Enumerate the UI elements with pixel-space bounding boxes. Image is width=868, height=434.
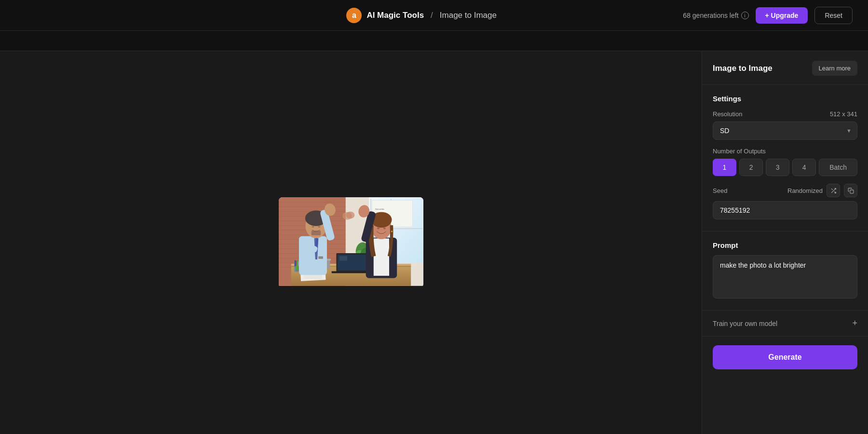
generations-left: 68 generations left i bbox=[683, 12, 748, 19]
svg-point-61 bbox=[318, 226, 320, 228]
resolution-label-row: Resolution 512 x 341 bbox=[713, 110, 857, 118]
page-name: Image to Image bbox=[440, 11, 497, 20]
svg-rect-51 bbox=[298, 261, 298, 266]
svg-point-54 bbox=[295, 265, 299, 270]
scene-image: Charts and data bbox=[279, 197, 423, 286]
output-1-button[interactable]: 1 bbox=[713, 159, 736, 176]
topbar-right: 68 generations left i + Upgrade Reset bbox=[683, 7, 853, 24]
prompt-textarea[interactable] bbox=[713, 255, 857, 298]
resolution-value: 512 x 341 bbox=[830, 110, 857, 118]
seed-label: Seed bbox=[713, 187, 727, 194]
generate-section: Generate bbox=[702, 337, 868, 378]
svg-rect-68 bbox=[373, 239, 389, 276]
outputs-row: Number of Outputs 1 2 3 4 Batch bbox=[713, 148, 857, 176]
outputs-label: Number of Outputs bbox=[713, 148, 766, 155]
subtopbar bbox=[0, 31, 868, 51]
svg-point-77 bbox=[346, 212, 354, 219]
train-model-row[interactable]: Train your own model + bbox=[702, 311, 868, 337]
train-model-plus-icon[interactable]: + bbox=[852, 318, 857, 328]
svg-rect-3 bbox=[279, 202, 346, 203]
generate-button[interactable]: Generate bbox=[713, 345, 857, 369]
prompt-label: Prompt bbox=[713, 241, 857, 249]
seed-randomized-label: Randomized bbox=[787, 187, 823, 194]
output-4-button[interactable]: 4 bbox=[792, 159, 816, 176]
learn-more-button[interactable]: Learn more bbox=[812, 61, 857, 76]
right-sidebar: Image to Image Learn more Settings Resol… bbox=[702, 51, 868, 434]
topbar: a AI Magic Tools / Image to Image 68 gen… bbox=[0, 0, 868, 31]
svg-rect-49 bbox=[296, 261, 296, 266]
svg-point-72 bbox=[383, 228, 385, 230]
seed-copy-button[interactable] bbox=[844, 184, 857, 197]
settings-section: Settings Resolution 512 x 341 SD HD 4K bbox=[702, 85, 868, 231]
svg-point-60 bbox=[312, 226, 314, 228]
prompt-section: Prompt bbox=[702, 231, 868, 311]
outputs-label-row: Number of Outputs bbox=[713, 148, 857, 155]
brand-name: AI Magic Tools bbox=[366, 11, 424, 20]
topbar-center: a AI Magic Tools / Image to Image bbox=[346, 8, 497, 23]
svg-rect-78 bbox=[850, 190, 853, 193]
svg-point-71 bbox=[377, 228, 379, 230]
seed-actions: Randomized bbox=[787, 184, 857, 197]
resolution-row: Resolution 512 x 341 SD HD 4K bbox=[713, 110, 857, 140]
seed-shuffle-button[interactable] bbox=[827, 184, 840, 197]
output-3-button[interactable]: 3 bbox=[766, 159, 789, 176]
svg-rect-35 bbox=[339, 256, 347, 261]
svg-rect-48 bbox=[295, 260, 295, 267]
info-icon[interactable]: i bbox=[741, 12, 749, 19]
sidebar-header: Image to Image Learn more bbox=[702, 51, 868, 85]
settings-title: Settings bbox=[713, 95, 857, 103]
output-2-button[interactable]: 2 bbox=[739, 159, 763, 176]
seed-row: Seed Randomized bbox=[713, 184, 857, 219]
reset-button[interactable]: Reset bbox=[814, 7, 853, 24]
app-icon: a bbox=[346, 8, 362, 23]
seed-label-row: Seed Randomized bbox=[713, 184, 857, 197]
seed-input[interactable] bbox=[713, 201, 857, 219]
breadcrumb-separator: / bbox=[431, 11, 433, 20]
svg-rect-4 bbox=[279, 206, 346, 207]
image-container: Charts and data bbox=[279, 197, 423, 288]
canvas-area: Charts and data bbox=[0, 51, 702, 434]
train-model-label: Train your own model bbox=[713, 320, 777, 327]
resolution-select[interactable]: SD HD 4K bbox=[713, 122, 857, 140]
upgrade-button[interactable]: + Upgrade bbox=[756, 7, 808, 24]
sidebar-title: Image to Image bbox=[713, 64, 773, 73]
outputs-buttons: 1 2 3 4 Batch bbox=[713, 159, 857, 176]
resolution-select-wrapper[interactable]: SD HD 4K bbox=[713, 122, 857, 140]
output-batch-button[interactable]: Batch bbox=[819, 159, 857, 176]
svg-rect-62 bbox=[311, 231, 320, 235]
resolution-label: Resolution bbox=[713, 110, 742, 118]
svg-rect-66 bbox=[318, 257, 323, 259]
svg-point-75 bbox=[391, 231, 392, 232]
main-content: Charts and data bbox=[0, 51, 868, 434]
